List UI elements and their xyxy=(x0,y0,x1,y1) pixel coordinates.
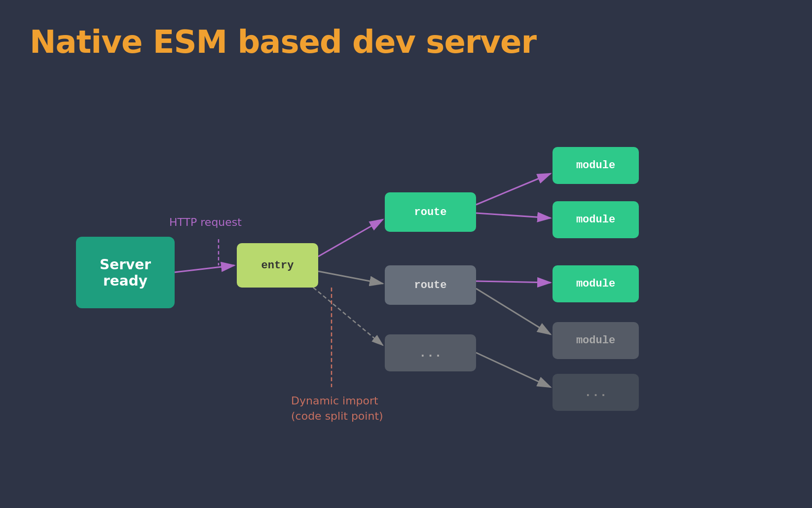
node-route1: route xyxy=(385,192,476,232)
label-dynamic-import: Dynamic import (code split point) xyxy=(291,394,383,424)
arrow-route2-to-module3 xyxy=(476,281,551,283)
node-dots-right: ... xyxy=(553,374,639,411)
page-title: Native ESM based dev server xyxy=(30,24,536,60)
arrow-dots-to-dotsright xyxy=(476,353,551,387)
node-module1: module xyxy=(553,147,639,184)
arrow-route1-to-module1 xyxy=(476,174,551,205)
arrow-server-to-entry xyxy=(175,265,234,272)
node-server: Server ready xyxy=(76,237,175,308)
node-module2: module xyxy=(553,201,639,238)
node-entry: entry xyxy=(237,243,318,288)
node-route2: route xyxy=(385,265,476,305)
diagram: Server ready entry route route ... modul… xyxy=(30,89,789,473)
node-module4: module xyxy=(553,322,639,359)
node-dots-left: ... xyxy=(385,334,476,371)
arrow-entry-to-route1 xyxy=(318,219,383,256)
node-module3: module xyxy=(553,265,639,302)
arrow-route2-to-module4 xyxy=(476,289,551,334)
arrow-route1-to-module2 xyxy=(476,213,551,218)
arrow-entry-to-route2 xyxy=(318,271,383,284)
arrow-entry-to-dots xyxy=(313,288,383,345)
label-http-request: HTTP request xyxy=(169,216,242,228)
